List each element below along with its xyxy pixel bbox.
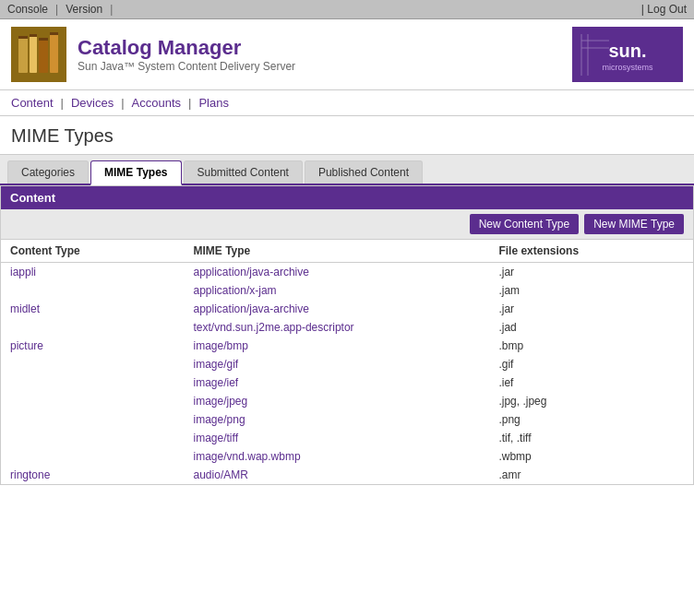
nav-content[interactable]: Content (11, 96, 54, 110)
extension-cell: .jad (489, 318, 693, 337)
mime-type-link[interactable]: audio/AMR (194, 468, 248, 481)
mime-type-link[interactable]: image/jpeg (194, 395, 248, 408)
table-row: image/ief.ief (1, 373, 693, 392)
table-header-row: Content Type MIME Type File extensions (1, 240, 693, 263)
svg-rect-2 (30, 34, 37, 73)
version-link[interactable]: Version (66, 3, 102, 16)
mime-type-cell: text/vnd.sun.j2me.app-descriptor (185, 318, 490, 337)
col-header-file-extensions: File extensions (489, 240, 693, 263)
content-type-cell (1, 392, 185, 410)
content-section: Content New Content Type New MIME Type C… (0, 185, 694, 485)
content-type-cell (1, 355, 185, 373)
svg-rect-6 (30, 34, 37, 37)
tab-submitted-content[interactable]: Submitted Content (184, 160, 303, 184)
table-row: image/png.png (1, 410, 693, 429)
tabs-bar: Categories MIME Types Submitted Content … (0, 155, 694, 185)
table-row: pictureimage/bmp.bmp (1, 337, 693, 355)
page-title: MIME Types (11, 125, 683, 147)
mime-type-cell: image/vnd.wap.wbmp (185, 447, 490, 466)
content-type-link[interactable]: midlet (10, 302, 40, 315)
mime-types-table: Content Type MIME Type File extensions i… (1, 240, 693, 484)
mime-type-cell: image/gif (185, 355, 490, 373)
mime-type-cell: image/jpeg (185, 392, 490, 410)
extension-cell: .jam (489, 281, 693, 300)
content-type-cell (1, 410, 185, 429)
table-row: iappliapplication/java-archive.jar (1, 263, 693, 282)
header-left: Catalog Manager Sun Java™ System Content… (11, 27, 295, 82)
new-mime-type-button[interactable]: New MIME Type (584, 214, 684, 234)
tab-published-content[interactable]: Published Content (305, 160, 423, 184)
extension-cell: .png (489, 410, 693, 429)
sun-logo-area: sun. microsystems (572, 27, 683, 82)
nav-accounts[interactable]: Accounts (132, 96, 181, 110)
extension-cell: .jar (489, 300, 693, 318)
app-title: Catalog Manager (78, 36, 295, 60)
content-type-cell (1, 318, 185, 337)
sun-logo-svg: sun. microsystems (577, 30, 678, 80)
svg-rect-1 (18, 36, 28, 73)
app-subtitle: Sun Java™ System Content Delivery Server (78, 60, 295, 73)
svg-text:microsystems: microsystems (602, 63, 653, 72)
nav-sep1: | (61, 96, 64, 110)
tab-categories[interactable]: Categories (7, 160, 89, 184)
top-bar-sep1: | (55, 3, 58, 16)
mime-type-link[interactable]: application/x-jam (194, 284, 277, 297)
col-header-content-type: Content Type (1, 240, 185, 263)
mime-type-cell: application/java-archive (185, 263, 490, 282)
header-logo (11, 27, 66, 82)
extension-cell: .jpg, .jpeg (489, 392, 693, 410)
content-type-cell (1, 373, 185, 392)
logout-area: | Log Out (641, 3, 687, 16)
extension-cell: .jar (489, 263, 693, 282)
header-title: Catalog Manager Sun Java™ System Content… (78, 36, 295, 73)
mime-type-link[interactable]: image/vnd.wap.wbmp (194, 450, 301, 463)
content-type-cell (1, 281, 185, 300)
mime-type-cell: image/png (185, 410, 490, 429)
mime-type-link[interactable]: text/vnd.sun.j2me.app-descriptor (194, 321, 354, 334)
mime-type-link[interactable]: application/java-archive (194, 302, 309, 315)
books-icon (11, 27, 66, 82)
table-row: image/tiff.tif, .tiff (1, 429, 693, 447)
table-row: text/vnd.sun.j2me.app-descriptor.jad (1, 318, 693, 337)
table-row: ringtoneaudio/AMR.amr (1, 466, 693, 484)
content-type-link[interactable]: picture (10, 339, 43, 352)
logout-link[interactable]: Log Out (647, 3, 687, 16)
nav-bar: Content | Devices | Accounts | Plans (0, 90, 694, 116)
content-type-link[interactable]: ringtone (10, 468, 50, 481)
console-link[interactable]: Console (7, 3, 48, 16)
content-type-cell: midlet (1, 300, 185, 318)
mime-type-link[interactable]: image/bmp (194, 339, 248, 352)
extension-cell: .amr (489, 466, 693, 484)
svg-rect-3 (39, 38, 48, 73)
content-type-link[interactable]: iappli (10, 266, 36, 278)
mime-type-link[interactable]: image/gif (194, 358, 239, 371)
table-row: image/vnd.wap.wbmp.wbmp (1, 447, 693, 466)
nav-devices[interactable]: Devices (71, 96, 114, 110)
top-bar: Console | Version | | Log Out (0, 0, 694, 19)
content-heading: Content (1, 186, 693, 209)
nav-sep3: | (188, 96, 191, 110)
mime-type-cell: audio/AMR (185, 466, 490, 484)
extension-cell: .bmp (489, 337, 693, 355)
mime-type-link[interactable]: application/java-archive (194, 266, 309, 278)
content-type-cell: iappli (1, 263, 185, 282)
svg-rect-5 (18, 36, 28, 39)
tab-mime-types[interactable]: MIME Types (90, 160, 181, 185)
nav-sep2: | (121, 96, 124, 110)
top-bar-sep2: | (110, 3, 113, 16)
mime-type-cell: application/java-archive (185, 300, 490, 318)
extension-cell: .ief (489, 373, 693, 392)
extension-cell: .tif, .tiff (489, 429, 693, 447)
extension-cell: .wbmp (489, 447, 693, 466)
mime-type-link[interactable]: image/ief (194, 376, 239, 389)
content-type-cell: picture (1, 337, 185, 355)
nav-plans[interactable]: Plans (198, 96, 229, 110)
new-content-type-button[interactable]: New Content Type (470, 214, 580, 234)
table-row: application/x-jam.jam (1, 281, 693, 300)
col-header-mime-type: MIME Type (185, 240, 490, 263)
table-row: image/gif.gif (1, 355, 693, 373)
content-toolbar: New Content Type New MIME Type (1, 209, 693, 240)
mime-type-link[interactable]: image/tiff (194, 432, 238, 444)
mime-type-link[interactable]: image/png (194, 413, 245, 426)
extension-cell: .gif (489, 355, 693, 373)
